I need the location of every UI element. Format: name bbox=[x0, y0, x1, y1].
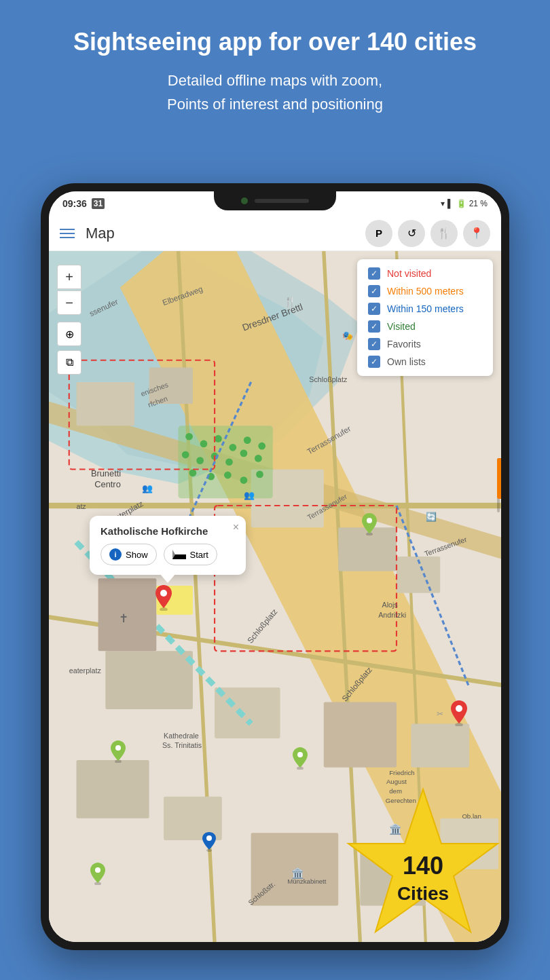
svg-point-94 bbox=[367, 518, 372, 523]
checkbox-visited[interactable]: ✓ bbox=[368, 320, 380, 333]
zoom-in-button[interactable]: + bbox=[57, 265, 81, 289]
filter-label-not-visited: Not visited bbox=[387, 268, 431, 279]
filter-label-visited: Visited bbox=[387, 321, 416, 332]
checkbox-own-lists[interactable]: ✓ bbox=[368, 356, 380, 368]
history-button[interactable]: ↺ bbox=[398, 220, 425, 247]
filter-label-favorits: Favorits bbox=[387, 339, 421, 350]
start-label: Start bbox=[190, 550, 208, 560]
svg-text:Ss. Trinitatis: Ss. Trinitatis bbox=[162, 741, 202, 749]
svg-rect-17 bbox=[324, 702, 397, 767]
svg-point-28 bbox=[229, 444, 236, 451]
svg-rect-15 bbox=[105, 651, 193, 709]
svg-point-96 bbox=[115, 745, 121, 751]
popup-close-button[interactable]: × bbox=[233, 521, 239, 533]
show-label: Show bbox=[126, 550, 148, 560]
app-bar: Map P ↺ 🍴 📍 bbox=[49, 216, 501, 251]
svg-point-41 bbox=[256, 471, 263, 478]
marker-yellow-1[interactable] bbox=[361, 512, 378, 538]
checkbox-within-500[interactable]: ✓ bbox=[368, 285, 380, 297]
filter-label-within-500: Within 500 meters bbox=[387, 286, 464, 297]
checkbox-favorits[interactable]: ✓ bbox=[368, 338, 380, 350]
svg-text:👥: 👥 bbox=[244, 490, 255, 501]
svg-text:Centro: Centro bbox=[94, 479, 121, 489]
badge-container: 140 Cities bbox=[345, 786, 501, 942]
phone-frame: 09:36 31 ▾ ▌ 🔋 21 % Map P bbox=[41, 183, 509, 950]
marker-red-main[interactable] bbox=[154, 584, 173, 614]
svg-text:Alojs: Alojs bbox=[382, 601, 398, 609]
info-popup: × Katholische Hofkirche i Show bbox=[90, 516, 246, 575]
svg-text:✂: ✂ bbox=[437, 709, 443, 718]
svg-text:Münzkabinett: Münzkabinett bbox=[287, 878, 327, 885]
notch-camera bbox=[241, 197, 248, 204]
show-button[interactable]: i Show bbox=[100, 544, 157, 565]
header-subtitle: Detailed offline maps with zoom, Points … bbox=[20, 69, 530, 116]
svg-text:🏛️: 🏛️ bbox=[291, 867, 304, 880]
locate-icon: ⊕ bbox=[65, 328, 74, 341]
app-title: Map bbox=[86, 225, 365, 242]
map-area[interactable]: ✝ ssenufer Elberadweg Dresdner Brettl en… bbox=[49, 251, 501, 942]
filter-label-within-150: Within 150 meters bbox=[387, 303, 464, 314]
fork-knife-icon: 🍴 bbox=[437, 227, 451, 240]
svg-text:✝: ✝ bbox=[119, 611, 128, 625]
filter-item-own-lists[interactable]: ✓ Own lists bbox=[368, 356, 482, 368]
svg-rect-10 bbox=[76, 382, 134, 426]
svg-point-35 bbox=[240, 450, 248, 457]
svg-text:August: August bbox=[386, 778, 407, 785]
svg-rect-19 bbox=[76, 760, 149, 818]
svg-text:Brunetti: Brunetti bbox=[91, 468, 121, 478]
layers-icon: ⧉ bbox=[66, 356, 73, 369]
start-button[interactable]: Start bbox=[164, 544, 217, 565]
filter-item-not-visited[interactable]: ✓ Not visited bbox=[368, 267, 482, 280]
svg-point-27 bbox=[215, 435, 222, 442]
flag-icon bbox=[172, 550, 186, 559]
svg-point-92 bbox=[160, 590, 167, 597]
phone-inner: 09:36 31 ▾ ▌ 🔋 21 % Map P bbox=[49, 191, 501, 942]
status-time: 09:36 31 bbox=[62, 198, 105, 209]
svg-point-31 bbox=[182, 451, 189, 459]
marker-yellow-bottom[interactable] bbox=[90, 862, 106, 888]
battery-icon: 🔋 bbox=[456, 199, 466, 208]
filter-label-own-lists: Own lists bbox=[387, 356, 426, 367]
status-icons: ▾ ▌ 🔋 21 % bbox=[441, 199, 488, 208]
popup-arrow bbox=[160, 573, 176, 583]
svg-point-40 bbox=[240, 476, 248, 484]
svg-point-32 bbox=[196, 457, 204, 464]
info-icon: i bbox=[109, 548, 122, 561]
toolbar-icons: P ↺ 🍴 📍 bbox=[365, 220, 490, 247]
svg-point-102 bbox=[206, 835, 212, 841]
map-controls: + − ⊕ ⧉ bbox=[57, 265, 81, 375]
svg-rect-16 bbox=[215, 687, 280, 738]
wifi-icon: ▾ bbox=[441, 199, 445, 208]
marker-red-2[interactable] bbox=[450, 699, 469, 729]
food-button[interactable]: 🍴 bbox=[430, 220, 458, 247]
checkbox-not-visited[interactable]: ✓ bbox=[368, 267, 380, 280]
filter-item-favorits[interactable]: ✓ Favorits bbox=[368, 338, 482, 350]
filter-item-within-150[interactable]: ✓ Within 150 meters bbox=[368, 303, 482, 315]
svg-point-25 bbox=[185, 433, 193, 440]
svg-text:🔄: 🔄 bbox=[426, 512, 437, 523]
header-title: Sightseeing app for over 140 cities bbox=[20, 27, 530, 56]
svg-point-100 bbox=[456, 705, 462, 712]
svg-point-37 bbox=[189, 469, 197, 476]
popup-buttons: i Show Start bbox=[100, 544, 235, 565]
svg-point-104 bbox=[95, 867, 100, 873]
zoom-out-button[interactable]: − bbox=[57, 290, 81, 315]
svg-text:Kathedrale: Kathedrale bbox=[164, 732, 199, 740]
marker-yellow-2[interactable] bbox=[110, 740, 126, 766]
filter-item-within-500[interactable]: ✓ Within 500 meters bbox=[368, 285, 482, 297]
svg-text:atz: atz bbox=[76, 502, 86, 510]
svg-point-26 bbox=[200, 440, 208, 448]
hamburger-menu-icon[interactable] bbox=[60, 229, 75, 238]
marker-blue-1[interactable] bbox=[202, 831, 217, 854]
parking-button[interactable]: P bbox=[365, 220, 392, 247]
marker-yellow-3[interactable] bbox=[292, 747, 308, 772]
checkbox-within-150[interactable]: ✓ bbox=[368, 303, 380, 315]
layers-button[interactable]: ⧉ bbox=[57, 350, 81, 375]
location-button[interactable]: 📍 bbox=[463, 220, 490, 247]
header-section: Sightseeing app for over 140 cities Deta… bbox=[0, 0, 550, 130]
svg-text:👥: 👥 bbox=[142, 483, 153, 494]
svg-text:🍴: 🍴 bbox=[284, 296, 297, 308]
svg-text:140: 140 bbox=[403, 852, 443, 880]
filter-item-visited[interactable]: ✓ Visited bbox=[368, 320, 482, 333]
locate-button[interactable]: ⊕ bbox=[57, 322, 81, 346]
